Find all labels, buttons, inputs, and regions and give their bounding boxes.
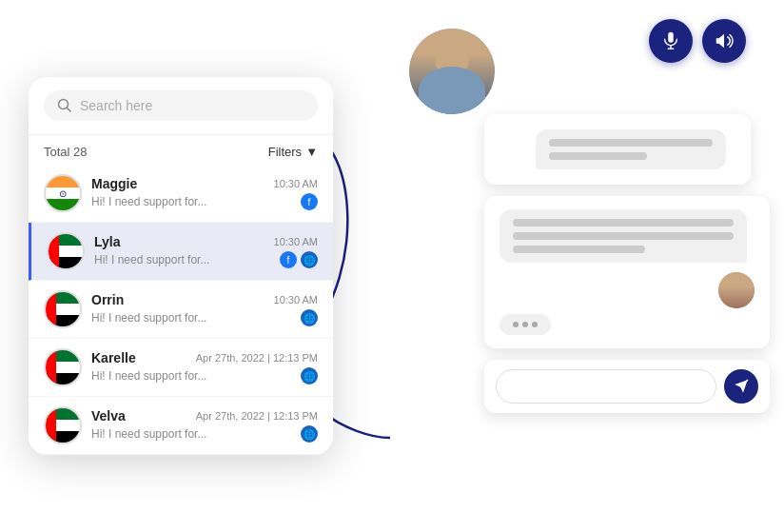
- conv-content-lyla: Lyla 10:30 AM Hi! I need support for... …: [94, 234, 318, 268]
- megaphone-button[interactable]: [702, 19, 746, 63]
- total-count: Total 28: [44, 145, 88, 159]
- conv-time-orrin: 10:30 AM: [274, 294, 318, 305]
- app-container: Search here Total 28 Filters ▼ Maggie 10…: [0, 0, 784, 532]
- search-icon: [57, 98, 72, 113]
- conv-preview-karelle: Hi! I need support for...: [91, 369, 206, 383]
- globe-badge-orrin: 🌐: [301, 309, 318, 326]
- conv-icons-lyla: f 🌐: [280, 251, 318, 268]
- msg-line-out-3: [513, 246, 645, 253]
- chat-card-incoming: [484, 114, 751, 185]
- msg-line-1: [549, 139, 713, 147]
- conv-top-karelle: Karelle Apr 27th, 2022 | 12:13 PM: [91, 350, 318, 365]
- action-buttons: [649, 19, 746, 63]
- filters-label: Filters: [268, 145, 302, 159]
- typing-dot-1: [513, 322, 519, 327]
- conv-bottom-maggie: Hi! I need support for... f: [91, 193, 318, 210]
- conversation-item-maggie[interactable]: Maggie 10:30 AM Hi! I need support for..…: [29, 165, 333, 223]
- svg-rect-2: [668, 32, 674, 43]
- facebook-badge-lyla: f: [280, 251, 297, 268]
- conv-name-karelle: Karelle: [91, 350, 136, 365]
- conv-content-orrin: Orrin 10:30 AM Hi! I need support for...…: [91, 292, 318, 326]
- search-bar: Search here: [29, 77, 333, 135]
- conversation-item-lyla[interactable]: Lyla 10:30 AM Hi! I need support for... …: [29, 223, 333, 281]
- phone-panel: Search here Total 28 Filters ▼ Maggie 10…: [29, 77, 333, 455]
- conv-time-lyla: 10:30 AM: [274, 236, 318, 247]
- avatar-image: [409, 29, 495, 114]
- conv-preview-maggie: Hi! I need support for...: [91, 195, 206, 208]
- conversation-list: Maggie 10:30 AM Hi! I need support for..…: [29, 165, 333, 455]
- conv-name-velva: Velva: [91, 408, 126, 424]
- filter-icon: ▼: [305, 145, 318, 159]
- conv-bottom-orrin: Hi! I need support for... 🌐: [91, 309, 318, 326]
- avatar-velva: [44, 406, 82, 444]
- send-button[interactable]: [724, 369, 758, 404]
- mic-icon: [660, 30, 681, 51]
- typing-dot-3: [532, 322, 538, 327]
- message-bubble-outgoing: [500, 209, 747, 263]
- conv-top-orrin: Orrin 10:30 AM: [91, 292, 318, 307]
- typing-indicator: [500, 314, 551, 335]
- typing-dot-2: [522, 322, 528, 327]
- search-placeholder: Search here: [80, 98, 152, 113]
- conv-content-velva: Velva Apr 27th, 2022 | 12:13 PM Hi! I ne…: [91, 408, 318, 443]
- conv-bottom-velva: Hi! I need support for... 🌐: [91, 425, 318, 443]
- conv-top-velva: Velva Apr 27th, 2022 | 12:13 PM: [91, 408, 318, 424]
- conversation-item-orrin[interactable]: Orrin 10:30 AM Hi! I need support for...…: [29, 281, 333, 339]
- avatar-lyla: [47, 232, 85, 270]
- facebook-badge-maggie: f: [301, 193, 318, 210]
- conv-content-karelle: Karelle Apr 27th, 2022 | 12:13 PM Hi! I …: [91, 350, 318, 384]
- chat-card-outgoing: [484, 196, 770, 348]
- msg-line-out-1: [513, 219, 734, 227]
- avatar-maggie: [44, 174, 82, 212]
- megaphone-icon: [714, 30, 735, 51]
- conv-top-lyla: Lyla 10:30 AM: [94, 234, 318, 249]
- conversation-item-karelle[interactable]: Karelle Apr 27th, 2022 | 12:13 PM Hi! I …: [29, 339, 333, 397]
- list-header: Total 28 Filters ▼: [29, 135, 333, 165]
- conv-time-maggie: 10:30 AM: [274, 178, 318, 189]
- person-body: [419, 67, 485, 114]
- conv-content-maggie: Maggie 10:30 AM Hi! I need support for..…: [91, 176, 318, 210]
- conv-name-maggie: Maggie: [91, 176, 137, 191]
- filters-button[interactable]: Filters ▼: [268, 145, 318, 159]
- chat-input-card: [484, 360, 770, 413]
- avatar-orrin: [44, 290, 82, 328]
- conv-bottom-karelle: Hi! I need support for... 🌐: [91, 367, 318, 384]
- conv-time-karelle: Apr 27th, 2022 | 12:13 PM: [196, 352, 318, 364]
- conv-icons-karelle: 🌐: [301, 367, 318, 384]
- globe-badge-karelle: 🌐: [301, 367, 318, 384]
- conv-icons-orrin: 🌐: [301, 309, 318, 326]
- mic-button[interactable]: [649, 19, 693, 63]
- avatar-karelle: [44, 348, 82, 386]
- svg-line-1: [68, 108, 71, 112]
- conv-top-maggie: Maggie 10:30 AM: [91, 176, 318, 191]
- conv-bottom-lyla: Hi! I need support for... f 🌐: [94, 251, 318, 268]
- conversation-item-velva[interactable]: Velva Apr 27th, 2022 | 12:13 PM Hi! I ne…: [29, 397, 333, 455]
- user-avatar-bottom: [718, 272, 755, 308]
- msg-line-out-2: [513, 232, 734, 240]
- conv-name-orrin: Orrin: [91, 292, 124, 307]
- chat-input[interactable]: [496, 369, 716, 404]
- chat-area: [333, 0, 784, 532]
- globe-badge-velva: 🌐: [301, 425, 318, 443]
- conv-preview-lyla: Hi! I need support for...: [94, 253, 209, 266]
- conv-time-velva: Apr 27th, 2022 | 12:13 PM: [196, 410, 318, 422]
- globe-badge-lyla: 🌐: [301, 251, 318, 268]
- conv-preview-orrin: Hi! I need support for...: [91, 311, 206, 325]
- conv-icons-velva: 🌐: [301, 425, 318, 443]
- send-icon: [734, 379, 749, 394]
- search-input-wrapper[interactable]: Search here: [44, 90, 318, 121]
- message-bubble-incoming: [536, 129, 726, 169]
- conv-icons-maggie: f: [301, 193, 318, 210]
- conv-preview-velva: Hi! I need support for...: [91, 427, 206, 441]
- conv-name-lyla: Lyla: [94, 234, 121, 249]
- user-avatar-top: [409, 29, 495, 114]
- msg-line-2: [549, 152, 647, 160]
